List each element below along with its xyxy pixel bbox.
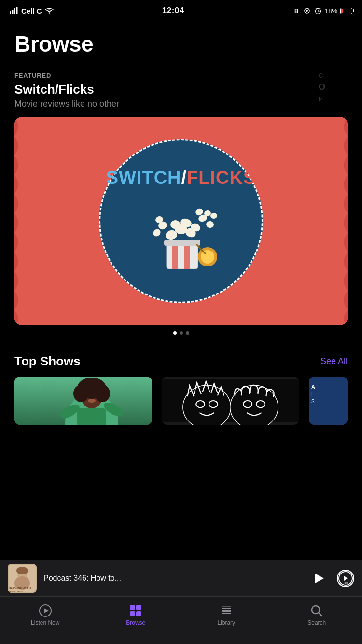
featured-artwork-area[interactable]: SWITCH/FLICKS: [0, 109, 362, 335]
svg-rect-2: [14, 8, 15, 14]
svg-point-28: [206, 221, 214, 229]
svg-rect-71: [130, 605, 135, 610]
svg-line-12: [319, 8, 320, 9]
show-2-artwork: [162, 377, 299, 425]
location-icon: [303, 7, 311, 14]
show-card-3[interactable]: A I S: [309, 377, 348, 425]
tab-library[interactable]: Library: [181, 602, 272, 626]
svg-text:S: S: [311, 399, 315, 404]
mini-player-title: Podcast 346: How to...: [43, 574, 303, 583]
see-all-button[interactable]: See All: [320, 356, 348, 366]
skip-forward-button[interactable]: 30: [337, 570, 354, 587]
svg-rect-14: [167, 242, 198, 269]
svg-point-33: [152, 228, 162, 238]
svg-rect-75: [222, 608, 231, 609]
svg-point-43: [88, 399, 96, 403]
artwork-flicks-text: FLICKS: [187, 168, 256, 188]
mini-player-controls: 30: [310, 570, 354, 587]
svg-text:I: I: [311, 392, 313, 397]
tab-browse[interactable]: Browse: [91, 602, 181, 626]
svg-line-80: [319, 613, 322, 616]
artwork-switch-text: SWITCH: [106, 168, 181, 188]
svg-rect-78: [222, 606, 231, 607]
mini-player-artwork: CLEANING UP THE MENTAL MESS: [8, 564, 37, 593]
tab-search[interactable]: Search: [272, 602, 362, 626]
tab-browse-label: Browse: [126, 619, 145, 626]
tab-bar: Listen Now Browse Library: [0, 597, 362, 644]
listen-now-icon: [39, 604, 52, 617]
status-right: B 18%: [293, 7, 352, 14]
shows-row: A I S: [14, 377, 348, 425]
svg-rect-72: [136, 605, 141, 610]
status-time: 12:04: [162, 6, 184, 15]
skip-icon: 30: [338, 571, 353, 586]
signal-icon: [10, 7, 18, 14]
top-shows-section: Top Shows See All: [0, 354, 362, 425]
artwork-logo: SWITCH/FLICKS: [106, 168, 256, 188]
featured-title: Switch/Flicks: [14, 82, 304, 97]
svg-line-11: [316, 8, 317, 9]
svg-rect-76: [222, 610, 231, 612]
svg-rect-1: [12, 10, 14, 14]
svg-rect-77: [222, 613, 231, 614]
bluetooth-icon: B: [293, 7, 300, 14]
svg-text:30: 30: [344, 581, 348, 585]
tab-library-label: Library: [217, 619, 235, 626]
artwork-circle: SWITCH/FLICKS: [99, 139, 263, 303]
mini-player-artwork-image: CLEANING UP THE MENTAL MESS: [8, 564, 37, 593]
svg-point-20: [201, 250, 214, 264]
play-button[interactable]: [310, 570, 327, 587]
section-header: Top Shows See All: [14, 354, 348, 369]
svg-point-4: [48, 12, 50, 14]
show-card-2[interactable]: [162, 377, 299, 425]
svg-point-7: [306, 10, 308, 12]
featured-section: FEATURED Switch/Flicks Movie reviews lik…: [0, 62, 362, 109]
show-card-1[interactable]: [14, 377, 152, 425]
show-3-artwork: A I S: [309, 377, 348, 425]
status-left: Cell C: [10, 7, 54, 15]
library-icon: [220, 604, 233, 617]
svg-point-42: [95, 385, 110, 402]
carousel-dots: [14, 331, 348, 335]
carousel-dot-3: [186, 331, 189, 335]
main-content: Browse FEATURED Switch/Flicks Movie revi…: [0, 21, 362, 521]
search-svg-icon: [310, 604, 323, 617]
battery-percent: 18%: [325, 7, 337, 14]
svg-rect-16: [172, 242, 178, 269]
svg-text:B: B: [294, 8, 299, 14]
browse-icon: [129, 604, 142, 617]
svg-rect-0: [10, 11, 11, 14]
tab-listen-now[interactable]: Listen Now: [0, 602, 91, 626]
artwork-slash: /: [181, 168, 187, 188]
svg-text:A: A: [311, 384, 315, 390]
search-icon: [310, 604, 323, 617]
svg-point-30: [210, 213, 217, 219]
grid-icon: [129, 604, 142, 617]
svg-point-41: [73, 385, 89, 402]
wifi-icon: [45, 7, 54, 14]
play-icon: [315, 574, 324, 583]
top-shows-title: Top Shows: [14, 354, 81, 369]
svg-rect-18: [164, 240, 200, 246]
svg-text:CLEANING UP THE: CLEANING UP THE: [9, 587, 31, 589]
featured-artwork[interactable]: SWITCH/FLICKS: [14, 117, 348, 325]
battery-icon: [340, 8, 352, 14]
featured-item-main[interactable]: FEATURED Switch/Flicks Movie reviews lik…: [14, 72, 304, 109]
svg-rect-74: [136, 611, 141, 616]
page-title: Browse: [0, 21, 362, 62]
featured-item-secondary: C O p: [319, 72, 348, 109]
svg-rect-47: [162, 379, 299, 422]
show-1-artwork: [14, 377, 152, 425]
svg-rect-73: [130, 611, 135, 616]
play-circle-icon: [39, 604, 52, 617]
carousel-dot-1: [173, 331, 177, 335]
svg-rect-44: [77, 408, 106, 425]
svg-rect-3: [16, 7, 18, 14]
popcorn-svg: [133, 192, 229, 274]
alarm-icon: [314, 7, 322, 14]
tab-listen-now-label: Listen Now: [31, 619, 59, 626]
status-bar: Cell C 12:04 B 18%: [0, 0, 362, 21]
featured-subtitle: Movie reviews like no other: [14, 99, 304, 109]
svg-rect-17: [184, 242, 190, 269]
mini-player[interactable]: CLEANING UP THE MENTAL MESS Podcast 346:…: [0, 560, 362, 597]
